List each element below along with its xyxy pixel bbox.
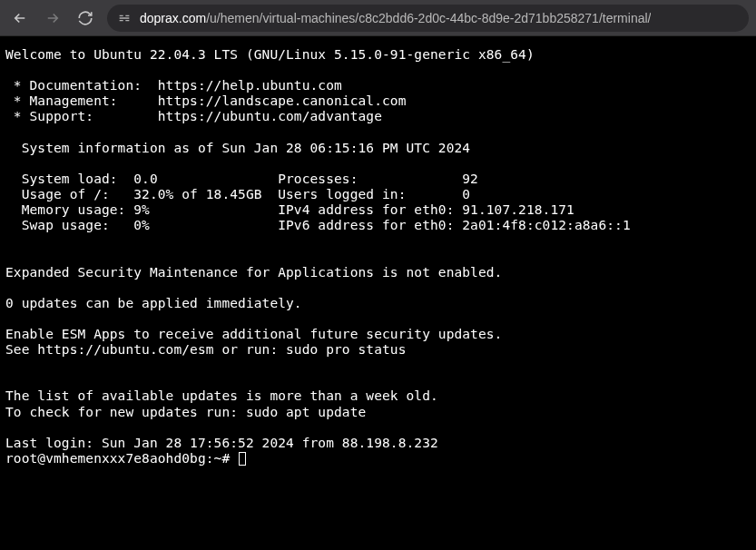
sysinfo-header: System information as of Sun Jan 28 06:1…	[5, 141, 470, 155]
address-bar[interactable]: doprax.com/u/hemen/virtual-machines/c8c2…	[107, 5, 749, 32]
arrow-right-icon	[44, 10, 61, 26]
mgmt-url: https://landscape.canonical.com	[158, 93, 407, 108]
url-domain: doprax.com	[140, 11, 206, 25]
site-info-icon[interactable]	[116, 10, 133, 26]
browser-toolbar: doprax.com/u/hemen/virtual-machines/c8c2…	[0, 0, 756, 36]
welcome-line: Welcome to Ubuntu 22.04.3 LTS (GNU/Linux…	[5, 47, 535, 62]
esm-line1: Expanded Security Maintenance for Applic…	[5, 265, 502, 280]
stats-line1: System load: 0.0 Processes: 92	[5, 172, 478, 186]
mgmt-label: * Management:	[5, 93, 158, 108]
reload-icon	[77, 10, 93, 26]
lastlogin-line: Last login: Sun Jan 28 17:56:52 2024 fro…	[5, 436, 438, 450]
stats-line4: Swap usage: 0% IPv6 address for eth0: 2a…	[5, 218, 631, 232]
stats-line3: Memory usage: 9% IPv4 address for eth0: …	[5, 202, 574, 217]
terminal-output[interactable]: Welcome to Ubuntu 22.04.3 LTS (GNU/Linux…	[0, 36, 756, 477]
url-text: doprax.com/u/hemen/virtual-machines/c8c2…	[140, 11, 651, 25]
reload-button[interactable]	[73, 5, 98, 31]
doc-url: https://help.ubuntu.com	[158, 78, 342, 93]
updates-line: 0 updates can be applied immediately.	[5, 296, 302, 310]
forward-button[interactable]	[40, 5, 65, 31]
url-path: /u/hemen/virtual-machines/c8c2bdd6-2d0c-…	[206, 11, 651, 25]
stats-line2: Usage of /: 32.0% of 18.45GB Users logge…	[5, 187, 470, 201]
prompt: root@vmhemenxxx7e8aohd0bg:~#	[5, 451, 238, 466]
updatelist-line2: To check for new updates run: sudo apt u…	[5, 405, 366, 419]
doc-label: * Documentation:	[5, 78, 158, 93]
back-button[interactable]	[7, 5, 33, 31]
support-url: https://ubuntu.com/advantage	[158, 109, 382, 123]
nav-controls	[7, 5, 98, 31]
support-label: * Support:	[5, 109, 158, 123]
esm-line3: See https://ubuntu.com/esm or run: sudo …	[5, 342, 407, 357]
terminal-cursor	[239, 452, 246, 466]
esm-line2: Enable ESM Apps to receive additional fu…	[5, 327, 502, 341]
arrow-left-icon	[12, 10, 28, 26]
updatelist-line1: The list of available updates is more th…	[5, 388, 438, 403]
